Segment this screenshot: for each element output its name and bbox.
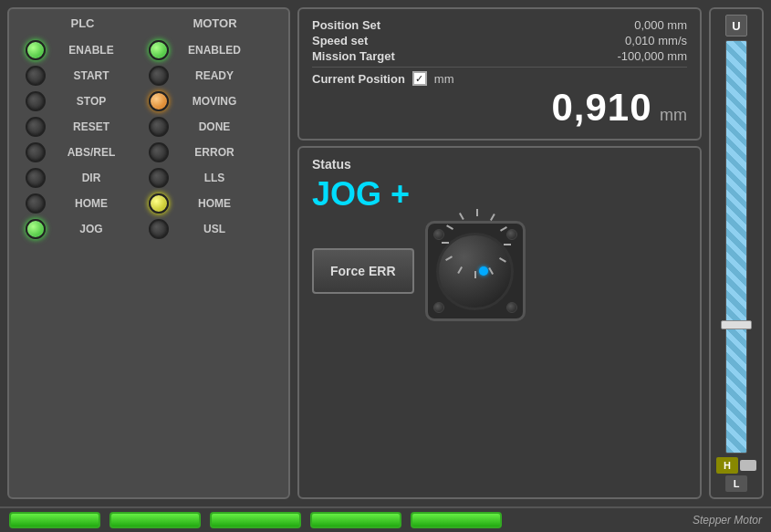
speed-set-label: Speed set <box>312 34 368 47</box>
indicator-row-jog: JOGUSL <box>16 216 281 242</box>
bottom-btn-5[interactable] <box>411 512 502 528</box>
motor-led-stop[interactable] <box>149 91 169 111</box>
motor-header: MOTOR <box>165 16 266 30</box>
motor-label-stop: MOVING <box>178 95 251 108</box>
slider-thumb[interactable] <box>721 320 752 329</box>
dial-indicator <box>479 266 488 276</box>
bottom-buttons <box>9 512 502 528</box>
plc-label-home: HOME <box>55 197 128 210</box>
motor-label-dir: LLS <box>178 172 251 184</box>
plc-led-absrel[interactable] <box>26 142 46 162</box>
plc-label-enable: ENABLE <box>55 44 128 57</box>
plc-led-enable[interactable] <box>26 40 46 60</box>
motor-led-absrel[interactable] <box>149 142 169 162</box>
position-big-row: 0,910 mm <box>312 86 687 130</box>
motor-led-dir[interactable] <box>149 168 169 188</box>
motor-label-start: READY <box>178 69 251 82</box>
current-position-label: Current Position <box>312 72 405 86</box>
dial-tick <box>500 226 507 232</box>
motor-label-jog: USL <box>178 223 251 235</box>
plc-label-start: START <box>55 69 128 82</box>
plc-label-stop: STOP <box>55 95 128 108</box>
plc-led-start[interactable] <box>26 66 46 86</box>
dial-tick <box>504 244 511 245</box>
dial-tick <box>476 209 478 216</box>
bottom-btn-3[interactable] <box>210 512 301 528</box>
plc-label-absrel: ABS/REL <box>55 146 128 159</box>
motor-led-enable[interactable] <box>149 40 169 60</box>
right-panel: Position Set 0,000 mm Speed set 0,010 mm… <box>297 7 702 499</box>
info-panel: Position Set 0,000 mm Speed set 0,010 mm… <box>297 7 702 141</box>
plc-group-reset: RESET <box>26 117 149 137</box>
current-position-big: 0,910 <box>551 86 651 129</box>
footer-label: Stepper Motor <box>693 514 762 527</box>
indicator-row-dir: DIRLLS <box>16 165 281 191</box>
dial-tick <box>442 242 449 244</box>
status-value: JOG + <box>312 175 687 214</box>
plc-group-stop: STOP <box>26 91 149 111</box>
slider-h-area: H <box>716 457 756 474</box>
plc-group-start: START <box>26 66 149 86</box>
current-position-checkbox[interactable]: ✓ <box>412 71 427 86</box>
indicator-row-absrel: ABS/RELERROR <box>16 140 281 165</box>
motor-led-jog[interactable] <box>149 219 169 239</box>
dial-corner-bl <box>433 302 444 313</box>
speed-set-row: Speed set 0,010 mm/s <box>312 34 687 47</box>
mission-target-row: Mission Target -100,000 mm <box>312 49 687 63</box>
motor-label-absrel: ERROR <box>178 146 251 159</box>
dial-tick <box>499 257 506 263</box>
plc-led-dir[interactable] <box>26 168 46 188</box>
panel-header: PLC MOTOR <box>16 16 281 30</box>
plc-led-stop[interactable] <box>26 91 46 111</box>
motor-led-home[interactable] <box>149 193 169 214</box>
plc-led-home[interactable] <box>26 193 46 214</box>
indicator-row-enable: ENABLEENABLED <box>16 37 281 63</box>
plc-group-absrel: ABS/REL <box>26 142 149 162</box>
plc-group-enable: ENABLE <box>26 40 149 60</box>
plc-label-reset: RESET <box>55 120 128 133</box>
bottom-btn-2[interactable] <box>109 512 201 528</box>
motor-group-start: READY <box>149 66 272 86</box>
status-label: Status <box>312 157 687 172</box>
indicator-row-stop: STOPMOVING <box>16 89 281 114</box>
indicator-row-reset: RESETDONE <box>16 114 281 140</box>
dial-corner-tl <box>433 229 444 240</box>
dial-tick <box>446 224 453 230</box>
divider <box>312 67 687 68</box>
slider-panel: U H L <box>709 7 764 499</box>
plc-led-reset[interactable] <box>26 117 46 137</box>
plc-led-jog[interactable] <box>26 219 46 239</box>
plc-group-dir: DIR <box>26 168 149 188</box>
dial-corner-br <box>506 302 517 313</box>
plc-header: PLC <box>33 16 133 30</box>
motor-group-enable: ENABLED <box>149 40 272 60</box>
motor-led-start[interactable] <box>149 66 169 86</box>
indicator-row-start: STARTREADY <box>16 63 281 89</box>
dial-tick <box>490 214 495 221</box>
plc-group-jog: JOG <box>26 219 149 239</box>
force-err-button[interactable]: Force ERR <box>312 248 414 294</box>
motor-group-jog: USL <box>149 219 272 239</box>
position-set-label: Position Set <box>312 18 380 32</box>
plc-label-jog: JOG <box>55 223 128 235</box>
status-panel: Status JOG + Force ERR <box>297 146 702 499</box>
dial-tick <box>459 213 464 220</box>
mission-target-value: -100,000 mm <box>617 49 687 63</box>
bottom-btn-4[interactable] <box>310 512 401 528</box>
motor-group-absrel: ERROR <box>149 142 272 162</box>
slider-track[interactable] <box>725 40 747 454</box>
dial-tick <box>457 266 463 274</box>
motor-group-dir: LLS <box>149 168 272 188</box>
dial-tick <box>474 271 476 278</box>
left-panel: PLC MOTOR ENABLEENABLEDSTARTREADYSTOPMOV… <box>7 7 290 499</box>
dial-container[interactable] <box>425 221 526 321</box>
dial-corner-tr <box>506 229 517 240</box>
bottom-btn-1[interactable] <box>9 512 100 528</box>
slider-u-label: U <box>725 15 747 37</box>
motor-led-reset[interactable] <box>149 117 169 137</box>
motor-group-reset: DONE <box>149 117 272 137</box>
slider-h-indicator[interactable] <box>740 460 756 471</box>
plc-group-home: HOME <box>26 193 149 214</box>
indicator-row-home: HOMEHOME <box>16 191 281 216</box>
dial[interactable] <box>436 233 514 310</box>
